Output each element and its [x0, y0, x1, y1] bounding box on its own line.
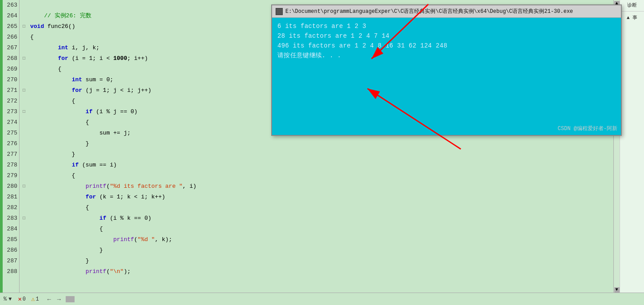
code-line-282: { [30, 202, 258, 213]
terminal-line-1: 6 its factors are 1 2 3 [277, 21, 616, 31]
terminal-line-2: 28 its factors are 1 2 4 7 14 [277, 31, 616, 41]
sidebar-diagnostics-label: 诊断 [620, 0, 644, 10]
code-line-277: } [30, 149, 258, 160]
gutter-272 [20, 96, 28, 107]
line-numbers: 263 264 265 266 267 268 269 270 271 272 … [3, 0, 20, 293]
gutter-278 [20, 160, 28, 170]
code-line-288: printf("\n"); [30, 266, 258, 277]
code-line-263 [30, 0, 258, 11]
gutter-275 [20, 128, 28, 139]
line-num-283: 283 [3, 213, 17, 224]
code-line-286: } [30, 245, 258, 256]
error-icon: ✕ [18, 295, 21, 303]
gutter-286 [20, 245, 28, 256]
error-indicator: ✕ 0 [18, 295, 26, 303]
terminal-window[interactable]: E:\Document\programmLanguageExper\C\C语言经… [271, 4, 622, 136]
line-num-287: 287 [3, 256, 17, 266]
code-line-269: { [30, 64, 258, 75]
line-num-263: 263 [3, 0, 17, 11]
zoom-dropdown-icon[interactable]: ▼ [8, 296, 12, 302]
code-editor-panel: 263 264 265 266 267 268 269 270 271 272 … [3, 0, 258, 293]
code-line-279: { [30, 170, 258, 181]
gutter-264 [20, 11, 28, 21]
gutter-287 [20, 256, 28, 266]
line-num-275: 275 [3, 128, 17, 139]
fold-268[interactable]: □ [20, 53, 28, 64]
line-num-270: 270 [3, 75, 17, 85]
terminal-title: E:\Document\programmLanguageExper\C\C语言经… [285, 8, 573, 15]
code-line-271: for (j = 1; j < i; j++) [30, 85, 258, 96]
line-num-282: 282 [3, 202, 17, 213]
line-num-284: 284 [3, 224, 17, 234]
gutter-266 [20, 32, 28, 43]
gutter-269 [20, 64, 28, 75]
right-sidebar: 诊断 ▲ 事 [620, 0, 644, 293]
scroll-down-arrow[interactable]: ▼ [614, 287, 620, 293]
line-num-269: 269 [3, 64, 17, 75]
line-num-277: 277 [3, 149, 17, 160]
scroll-indicator [66, 296, 75, 302]
navigate-back-button[interactable]: ← [44, 296, 54, 303]
line-num-265: 265 [3, 21, 17, 32]
line-num-278: 278 [3, 160, 17, 170]
attribution-text: CSDN @编程爱好者-阿新 [558, 126, 617, 132]
code-line-280: printf("%d its factors are ", i) [30, 181, 258, 192]
terminal-titlebar: E:\Document\programmLanguageExper\C\C语言经… [272, 5, 621, 18]
code-line-272: { [30, 96, 258, 107]
zoom-level: % [4, 296, 7, 302]
terminal-line-4: 请按任意键继续. . . [277, 51, 616, 60]
code-line-281: for (k = 1; k < i; k++) [30, 192, 258, 202]
line-num-280: 280 [3, 181, 17, 192]
fold-271[interactable]: □ [20, 85, 28, 96]
status-bar: % ▼ ✕ 0 ⚠ 1 ← → [0, 293, 644, 305]
gutter-288 [20, 266, 28, 277]
code-line-275: sum += j; [30, 128, 258, 139]
line-num-274: 274 [3, 117, 17, 128]
line-num-272: 272 [3, 96, 17, 107]
error-count: 0 [23, 296, 26, 302]
gutter-276 [20, 139, 28, 149]
gutter-274 [20, 117, 28, 128]
terminal-app-icon [276, 8, 283, 15]
warning-indicator: ⚠ 1 [31, 295, 39, 303]
code-line-270: int sum = 0; [30, 75, 258, 85]
gutter-285 [20, 234, 28, 245]
gutter-267 [20, 43, 28, 53]
gutter-277 [20, 149, 28, 160]
code-line-267: int i, j, k; [30, 43, 258, 53]
code-line-265: void func26() [30, 21, 258, 32]
line-num-271: 271 [3, 85, 17, 96]
code-line-266: { [30, 32, 258, 43]
right-panel: E:\Document\programmLanguageExper\C\C语言经… [258, 0, 613, 293]
code-line-274: { [30, 117, 258, 128]
gutter-281b [20, 192, 28, 202]
code-line-264: // 实例26: 完数 [30, 11, 258, 21]
code-line-278: if (sum == i) [30, 160, 258, 170]
line-num-279: 279 [3, 170, 17, 181]
gutter-279 [20, 170, 28, 181]
line-num-286: 286 [3, 245, 17, 256]
fold-281[interactable]: □ [20, 181, 28, 192]
terminal-body: 6 its factors are 1 2 3 28 its factors a… [272, 18, 621, 89]
line-num-267: 267 [3, 43, 17, 53]
terminal-footer: CSDN @编程爱好者-阿新 [272, 89, 621, 135]
gutter-282 [20, 202, 28, 213]
fold-265[interactable]: □ [20, 21, 28, 32]
gutter-270 [20, 75, 28, 85]
sidebar-events-label: ▲ 事 [620, 12, 644, 23]
fold-273[interactable]: □ [20, 107, 28, 117]
line-num-276: 276 [3, 139, 17, 149]
navigate-forward-button[interactable]: → [54, 296, 64, 303]
gutter-263 [20, 0, 28, 11]
code-line-285: printf("%d ", k); [30, 234, 258, 245]
code-line-284: { [30, 224, 258, 234]
code-line-283: if (i % k == 0) [30, 213, 258, 224]
code-line-273: if (i % j == 0) [30, 107, 258, 117]
code-lines-container[interactable]: // 实例26: 完数 void func26() { int i, j, k; [28, 0, 258, 293]
terminal-line-3: 496 its factors are 1 2 4 8 16 31 62 124… [277, 41, 616, 51]
fold-283[interactable]: □ [20, 213, 28, 224]
line-num-285: 285 [3, 234, 17, 245]
warning-icon: ⚠ [31, 295, 35, 303]
line-num-281: 281 [3, 192, 17, 202]
code-line-268: for (i = 1; i < 1000; i++) [30, 53, 258, 64]
